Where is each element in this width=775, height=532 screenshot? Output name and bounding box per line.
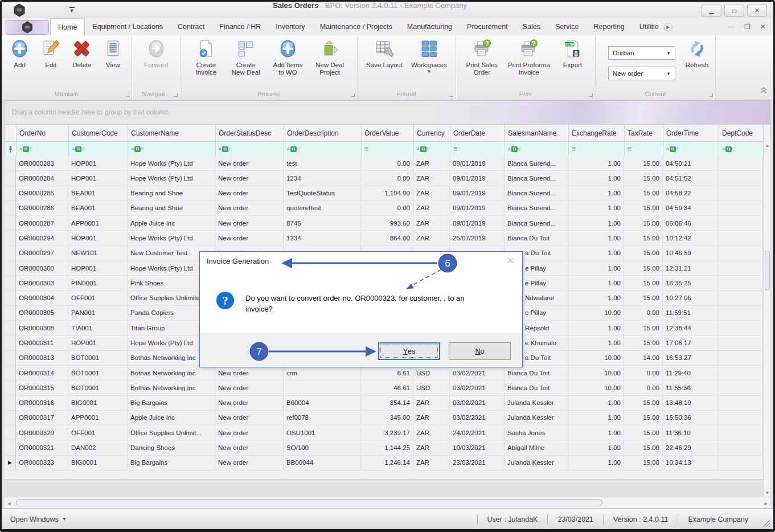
group-dialog-launcher-icon[interactable] [450, 93, 453, 97]
cell-taxrate[interactable]: 14.00 [624, 351, 663, 365]
cell-customercode[interactable]: BOT0001 [68, 351, 128, 365]
ribbon-button-view[interactable]: View [100, 39, 125, 69]
cell-orderdate[interactable]: 09/01/2019 [450, 216, 505, 230]
cell-orderdate[interactable]: 10/03/2021 [450, 440, 505, 455]
cell-ordervalue[interactable]: 345.00 [361, 411, 413, 425]
group-dialog-launcher-icon[interactable] [589, 93, 593, 97]
cell-currency[interactable]: ZAR [413, 171, 450, 185]
cell-salesmanname[interactable]: Abigail Milne [505, 440, 568, 455]
cell-orderno[interactable]: OR0000311 [16, 335, 68, 350]
filter-orderdate[interactable]: = [450, 142, 505, 156]
cell-customercode[interactable]: HOP001 [68, 156, 128, 170]
cell-exchangerate[interactable]: 1.00 [568, 201, 624, 215]
cell-orderdate[interactable]: 03/02/2021 [450, 380, 505, 395]
vertical-scrollbar-thumb[interactable] [765, 251, 770, 290]
cell-ordertime[interactable]: 04:50:21 [663, 156, 719, 170]
cell-exchangerate[interactable]: 1.00 [568, 186, 624, 200]
ribbon-button-print-sales-order[interactable]: ?Print Sales Order [466, 39, 498, 76]
cell-taxrate[interactable]: 15.00 [624, 335, 663, 350]
cell-currency[interactable]: ZAR [413, 231, 450, 245]
dropdown-new-order[interactable]: New order▼ [608, 67, 675, 80]
filter-customername[interactable]: ABC [128, 142, 216, 156]
cell-orderno[interactable]: OR0000305 [16, 306, 68, 320]
table-row[interactable]: OR0000286BEA001Bearing and ShoeNew order… [5, 201, 763, 216]
cell-ordervalue[interactable]: 864.00 [361, 231, 413, 245]
cell-customercode[interactable]: PAN001 [68, 306, 128, 320]
cell-taxrate[interactable]: 15.00 [624, 396, 663, 410]
cell-exchangerate[interactable]: 1.00 [568, 335, 624, 350]
cell-exchangerate[interactable]: 10.00 [568, 366, 624, 380]
tab-equipment-locations[interactable]: Equipment / Locations [85, 18, 170, 35]
cell-taxrate[interactable]: 15.00 [624, 425, 663, 440]
cell-orderno[interactable]: OR0000320 [16, 425, 68, 440]
column-header-deptcode[interactable]: DeptCode [719, 125, 764, 141]
cell-ordervalue[interactable]: 993.60 [361, 216, 413, 230]
filter-customercode[interactable]: ABC [69, 142, 128, 156]
cell-customercode[interactable]: NEW101 [68, 246, 128, 260]
group-dialog-launcher-icon[interactable] [710, 93, 713, 97]
cell-exchangerate[interactable]: 10.00 [568, 380, 624, 395]
column-header-currency[interactable]: Currency [414, 125, 450, 141]
cell-orderno[interactable]: OR0000300 [16, 261, 68, 275]
cell-exchangerate[interactable]: 1.00 [568, 440, 624, 455]
cell-currency[interactable]: ZAR [413, 216, 450, 230]
cell-ordervalue[interactable]: 0.00 [361, 156, 413, 170]
cell-orderdescription[interactable] [284, 380, 361, 395]
cell-orderno[interactable]: OR0000286 [16, 201, 68, 215]
cell-currency[interactable]: ZAR [413, 456, 450, 470]
cell-orderdate[interactable]: 09/01/2019 [450, 201, 505, 215]
cell-orderdescription[interactable]: OSU1001 [284, 425, 361, 440]
cell-taxrate[interactable]: 15.00 [624, 321, 663, 335]
cell-orderdescription[interactable]: SO/100 [284, 440, 361, 455]
cell-currency[interactable]: ZAR [413, 156, 450, 170]
table-row[interactable]: OR0000315BOT0001Bothas Networking incNew… [5, 380, 763, 395]
cell-customercode[interactable]: HOP001 [68, 171, 128, 185]
cell-customercode[interactable]: BEA001 [68, 186, 128, 200]
cell-ordervalue[interactable]: 0.00 [361, 201, 413, 215]
cell-deptcode[interactable] [719, 246, 763, 260]
cell-orderdate[interactable]: 25/07/2019 [450, 231, 505, 245]
cell-ordertime[interactable]: 12:31:21 [663, 261, 719, 275]
ribbon-button-refresh[interactable]: Refresh [684, 39, 710, 69]
cell-orderstatusdesc[interactable]: New order [215, 171, 284, 185]
ribbon-button-create-invoice[interactable]: Create Invoice [194, 39, 219, 76]
yes-button[interactable]: Yes [378, 342, 440, 360]
dropdown-durban[interactable]: Durban▼ [608, 46, 675, 60]
cell-exchangerate[interactable]: 1.00 [568, 396, 624, 410]
cell-deptcode[interactable] [719, 216, 763, 230]
table-row[interactable]: OR0000284HOP001Hope Works (Pty) LtdNew o… [5, 171, 763, 186]
cell-ordertime[interactable]: 13:48:19 [663, 396, 719, 410]
cell-taxrate[interactable]: 15.00 [624, 216, 663, 230]
cell-exchangerate[interactable]: 1.00 [568, 411, 624, 425]
table-row[interactable]: ▶OR0000323BIG0001Big BargainsNew orderBB… [5, 456, 763, 470]
cell-exchangerate[interactable]: 1.00 [568, 231, 624, 245]
cell-orderno[interactable]: OR0000287 [16, 216, 68, 230]
cell-orderno[interactable]: OR0000283 [16, 156, 68, 170]
cell-orderdescription[interactable]: 8745 [284, 216, 361, 230]
cell-taxrate[interactable]: 15.00 [624, 171, 663, 185]
cell-currency[interactable]: ZAR [413, 411, 450, 425]
cell-ordertime[interactable]: 04:51:52 [663, 171, 719, 185]
cell-customercode[interactable]: HOP001 [68, 231, 128, 245]
close-button[interactable]: ✕ [747, 5, 767, 17]
cell-taxrate[interactable]: 15.00 [624, 291, 663, 305]
cell-ordertime[interactable]: 16:53:27 [663, 351, 719, 365]
ribbon-button-print-proforma-invoice[interactable]: ?Print Proforma Invoice [508, 39, 550, 76]
quick-access-caret-icon[interactable]: ▼ [68, 6, 75, 13]
cell-orderstatusdesc[interactable]: New order [215, 231, 284, 245]
cell-orderno[interactable]: OR0000316 [16, 396, 68, 410]
collapse-ribbon-icon[interactable] [759, 86, 768, 96]
cell-customername[interactable]: Dancing Shoes [128, 440, 215, 455]
cell-ordervalue[interactable]: 1,144.25 [361, 440, 413, 455]
tab-service[interactable]: Service [548, 18, 587, 35]
scroll-left-icon[interactable]: ◄ [5, 497, 14, 509]
filter-ordertime[interactable]: ABC [663, 142, 719, 156]
cell-orderstatusdesc[interactable]: New order [215, 216, 284, 230]
filter-orderstatusdesc[interactable]: ABC [216, 142, 284, 156]
cell-orderdescription[interactable]: test [284, 156, 361, 170]
cell-deptcode[interactable] [719, 156, 763, 170]
cell-orderdescription[interactable]: crm [284, 366, 361, 380]
cell-deptcode[interactable] [719, 440, 763, 455]
cell-orderstatusdesc[interactable]: New order [215, 366, 284, 380]
column-header-customername[interactable]: CustomerName [128, 125, 216, 141]
